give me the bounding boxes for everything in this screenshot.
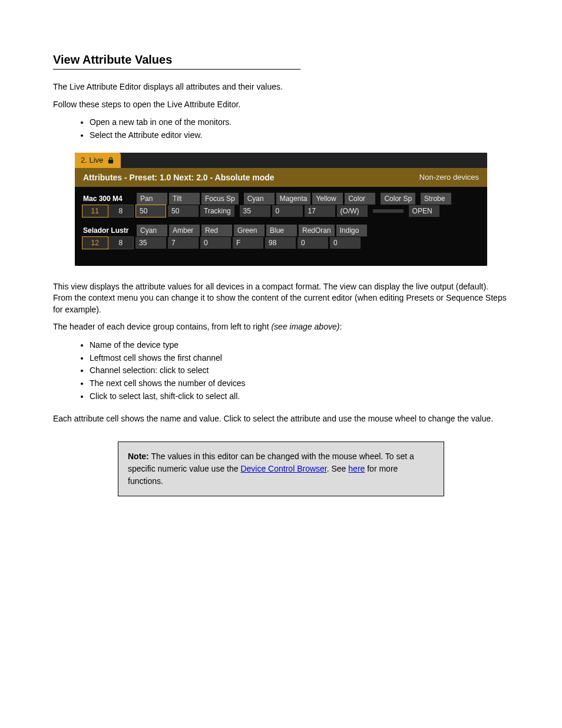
note-label: Note: — [128, 452, 149, 461]
attr-header-cell[interactable]: RedOran — [299, 225, 335, 236]
device-header-row: Selador LustrCyanAmberRedGreenBlueRedOra… — [82, 225, 480, 236]
header-title: Attributes - Preset: 1.0 Next: 2.0 - Abs… — [83, 173, 275, 182]
device-block: Selador LustrCyanAmberRedGreenBlueRedOra… — [82, 225, 480, 249]
attr-value-cell[interactable]: 98 — [265, 237, 296, 249]
list-item: Leftmost cell shows the first channel — [90, 352, 509, 365]
intro-paragraph: The Live Attribute Editor displays all a… — [53, 81, 509, 93]
list-item: Channel selection: click to select — [90, 364, 509, 377]
list-item: Click to select last, shift-click to sel… — [90, 390, 509, 403]
attribute-editor-screenshot: 2. Live Attributes - Preset: 1.0 Next: 2… — [75, 153, 487, 266]
lock-icon — [107, 156, 115, 164]
after-shot-paragraph-1: This view displays the attribute values … — [53, 281, 509, 316]
device-name: Selador Lustr — [82, 226, 135, 235]
list-item: The next cell shows the number of device… — [90, 377, 509, 390]
attr-value-cell[interactable]: 7 — [168, 237, 199, 249]
attr-value-cell[interactable]: F — [233, 237, 263, 249]
attr-header-cell[interactable]: Color Sp — [381, 193, 415, 205]
first-channel-cell[interactable]: 12 — [82, 236, 108, 249]
tab-label: 2. Live — [81, 156, 103, 164]
top-bullet-list: Open a new tab in one of the monitors.Se… — [90, 116, 509, 141]
attr-header-cell[interactable]: Color — [345, 193, 375, 205]
heading-underline — [53, 69, 300, 70]
after-shot-bullets: Name of the device typeLeftmost cell sho… — [90, 339, 509, 403]
attr-value-cell[interactable] — [373, 209, 404, 213]
note-text-2a: See — [329, 464, 349, 473]
attr-value-cell[interactable]: 0 — [272, 205, 303, 217]
list-item: Open a new tab in one of the monitors. — [90, 116, 509, 129]
attr-header-cell[interactable]: Strobe — [421, 193, 451, 205]
device-block: Mac 300 M4PanTiltFocus SpCyanMagentaYell… — [82, 193, 480, 218]
attr-header-cell[interactable]: Focus Sp — [201, 193, 239, 205]
device-name: Mac 300 M4 — [82, 195, 135, 203]
attr-value-cell[interactable]: 50 — [135, 205, 166, 218]
attr-value-cell[interactable]: (O/W) — [337, 205, 368, 217]
note-box: Note: The values in this editor can be c… — [118, 442, 444, 496]
device-id-box: 118 — [82, 205, 134, 218]
list-item: Select the Attribute editor view. — [90, 129, 509, 142]
after-shot-paragraph-2: The header of each device group contains… — [53, 321, 509, 333]
device-control-browser-link[interactable]: Device Control Browser — [240, 464, 326, 473]
p2-text-b: : — [339, 322, 342, 331]
device-count-cell[interactable]: 8 — [108, 205, 134, 218]
attr-value-cell[interactable]: 17 — [305, 205, 335, 217]
attr-header-cell[interactable]: Cyan — [244, 193, 275, 205]
attr-value-cell[interactable]: 0 — [200, 237, 231, 249]
attr-value-cell[interactable]: OPEN — [409, 205, 439, 217]
device-header-row: Mac 300 M4PanTiltFocus SpCyanMagentaYell… — [82, 193, 480, 205]
device-id-box: 128 — [82, 236, 134, 249]
panel-header: Attributes - Preset: 1.0 Next: 2.0 - Abs… — [75, 168, 487, 187]
attr-value-cell[interactable]: 50 — [168, 205, 199, 217]
attr-header-cell[interactable]: Amber — [169, 225, 200, 236]
attr-header-cell[interactable]: Indigo — [336, 225, 367, 236]
device-count-cell[interactable]: 8 — [108, 236, 134, 249]
attr-header-cell[interactable]: Tilt — [169, 193, 200, 205]
steps-intro: Follow these steps to open the Live Attr… — [53, 99, 509, 111]
attr-value-cell[interactable]: 0 — [330, 237, 361, 249]
attr-header-cell[interactable]: Red — [201, 225, 232, 236]
attr-header-cell[interactable]: Pan — [137, 193, 167, 205]
device-value-row: 1283570F9800 — [82, 236, 480, 249]
attr-header-cell[interactable]: Blue — [266, 225, 297, 236]
window-tabstrip: 2. Live — [75, 153, 487, 168]
attr-header-cell[interactable]: Yellow — [312, 193, 343, 205]
svg-rect-0 — [109, 160, 113, 163]
attr-value-cell[interactable]: Tracking — [200, 205, 234, 217]
p2-text-a: The header of each device group contains… — [53, 322, 271, 331]
device-value-row: 1185050Tracking35017(O/W)OPEN — [82, 205, 480, 218]
list-item: Name of the device type — [90, 339, 509, 352]
header-filter-label[interactable]: Non-zero devices — [419, 173, 479, 182]
panel-body: Mac 300 M4PanTiltFocus SpCyanMagentaYell… — [75, 187, 487, 266]
attr-value-cell[interactable]: 0 — [297, 237, 328, 249]
section-heading: View Attribute Values — [53, 53, 509, 67]
here-link[interactable]: here — [348, 464, 365, 473]
live-tab[interactable]: 2. Live — [75, 153, 121, 168]
attr-value-cell[interactable]: 35 — [135, 237, 166, 249]
first-channel-cell[interactable]: 11 — [82, 205, 108, 218]
attr-header-cell[interactable]: Cyan — [137, 225, 167, 236]
attr-value-cell[interactable]: 35 — [240, 205, 270, 217]
attr-header-cell[interactable]: Green — [234, 225, 265, 236]
attr-header-cell[interactable]: Magenta — [276, 193, 311, 205]
p2-italic: (see image above) — [271, 322, 339, 331]
after-shot-paragraph-3: Each attribute cell shows the name and v… — [53, 413, 509, 425]
